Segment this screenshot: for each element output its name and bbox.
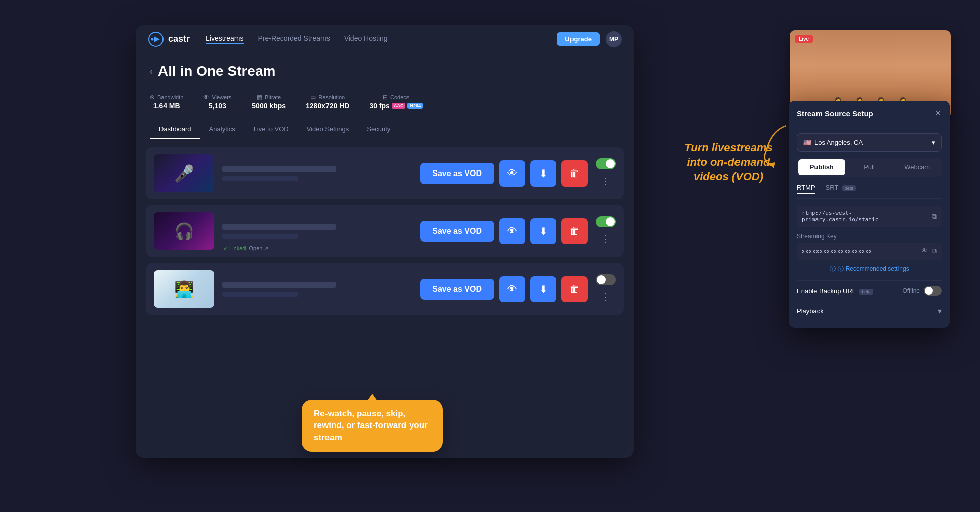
streaming-key-row: xxxxxxxxxxxxxxxxxxxx 👁 ⧉: [797, 243, 942, 260]
tab-dashboard[interactable]: Dashboard: [150, 120, 200, 139]
show-key-icon[interactable]: 👁: [921, 247, 928, 255]
bitrate-value: 5000 kbps: [252, 102, 286, 110]
stream-info-1: [222, 166, 412, 181]
navbar: castr Livestreams Pre-Recorded Streams V…: [136, 25, 634, 53]
viewers-value: 5,103: [209, 102, 226, 110]
location-select[interactable]: 🇺🇸Los Angeles, CA ▾: [797, 133, 942, 152]
stream-actions-1: Save as VOD 👁 ⬇ 🗑: [420, 160, 588, 187]
upgrade-button[interactable]: Upgrade: [557, 32, 600, 46]
toggle-col-1: ⋮: [596, 158, 616, 189]
view-button-2[interactable]: 👁: [499, 218, 525, 244]
save-as-vod-button-2[interactable]: Save as VOD: [420, 221, 494, 242]
stream-toggle-1[interactable]: [596, 158, 616, 169]
tab-security[interactable]: Security: [358, 120, 399, 139]
stream-header: ‹ All in One Stream ⊗ Bandwidth 1.64 MB …: [136, 53, 634, 139]
backup-beta-badge: beta: [859, 289, 873, 295]
resolution-value: 1280x720 HD: [306, 102, 349, 110]
bandwidth-icon: ⊗: [150, 94, 155, 101]
proto-tab-srt[interactable]: SRT beta: [826, 184, 856, 194]
stats-row: ⊗ Bandwidth 1.64 MB 👁 Viewers 5,103 ▦ Bi…: [150, 88, 620, 118]
stat-codecs: ⊟ Codecs 30 fps AAC H264: [369, 94, 422, 110]
download-button-3[interactable]: ⬇: [530, 276, 556, 302]
bitrate-icon: ▦: [257, 94, 262, 101]
tab-bar: Dashboard Analytics Live to VOD Video Se…: [150, 120, 620, 139]
stream-actions-2: Save as VOD 👁 ⬇ 🗑: [420, 218, 588, 244]
tab-live-to-vod[interactable]: Live to VOD: [244, 120, 298, 139]
tooltip-arrow-icon: [367, 394, 377, 401]
recommended-settings-link[interactable]: ⓘ ⓘ Recommended settings: [797, 265, 942, 273]
office-icon: 👨‍💻: [174, 280, 194, 299]
page-title: All in One Stream: [158, 63, 275, 79]
stream-toggle-3[interactable]: [596, 274, 616, 285]
download-button-1[interactable]: ⬇: [530, 160, 556, 187]
view-button-3[interactable]: 👁: [499, 276, 525, 302]
nav-link-prerecorded[interactable]: Pre-Recorded Streams: [258, 34, 330, 44]
stream-list: 🎤 Save as VOD 👁 ⬇ 🗑 ⋮ 🎧: [136, 139, 634, 323]
more-options-icon-2[interactable]: ⋮: [599, 231, 612, 246]
view-button-1[interactable]: 👁: [499, 160, 525, 187]
tab-analytics[interactable]: Analytics: [200, 120, 244, 139]
stream-actions-3: Save as VOD 👁 ⬇ 🗑: [420, 276, 588, 302]
delete-button-3[interactable]: 🗑: [561, 276, 588, 302]
gamer-icon: 🎧: [174, 222, 194, 241]
panel-body: 🇺🇸Los Angeles, CA ▾ Publish Pull Webcam …: [789, 126, 950, 328]
stat-viewers: 👁 Viewers 5,103: [203, 94, 231, 110]
avatar[interactable]: MP: [606, 31, 622, 47]
stream-thumbnail-1: 🎤: [154, 154, 214, 192]
mode-tab-webcam[interactable]: Webcam: [893, 159, 940, 175]
delete-button-1[interactable]: 🗑: [561, 160, 588, 187]
stream-info-3: [222, 282, 412, 297]
close-icon[interactable]: ✕: [934, 108, 942, 119]
bandwidth-value: 1.64 MB: [153, 102, 180, 110]
mode-tab-pull[interactable]: Pull: [846, 159, 893, 175]
app-container: castr Livestreams Pre-Recorded Streams V…: [136, 25, 634, 458]
subtitle-bar-2: [222, 234, 298, 239]
playback-label: Playback: [797, 307, 824, 315]
back-arrow-icon[interactable]: ‹: [150, 66, 153, 77]
toggle-col-2: ⋮: [596, 216, 616, 246]
save-as-vod-button-1[interactable]: Save as VOD: [420, 163, 494, 184]
stream-toggle-2[interactable]: [596, 216, 616, 227]
svg-point-3: [151, 38, 154, 40]
toggle-col-3: ⋮: [596, 274, 616, 304]
linked-badge: ✓ Linked Open ↗: [223, 245, 268, 252]
key-actions: 👁 ⧉: [921, 247, 937, 255]
nav-link-livestreams[interactable]: Livestreams: [206, 34, 243, 44]
more-options-icon-1[interactable]: ⋮: [599, 174, 612, 189]
title-bar-2: [222, 224, 336, 230]
download-button-2[interactable]: ⬇: [530, 218, 556, 244]
protocol-tabs: RTMP SRT beta: [797, 184, 942, 199]
table-row: 🎤 Save as VOD 👁 ⬇ 🗑 ⋮: [146, 147, 624, 199]
copy-key-icon[interactable]: ⧉: [932, 247, 937, 255]
copy-url-icon[interactable]: ⧉: [932, 212, 937, 221]
panel-header: Stream Source Setup ✕: [789, 101, 950, 126]
title-bar-3: [222, 282, 336, 288]
backup-url-toggle[interactable]: [924, 286, 942, 296]
chevron-down-icon[interactable]: ▾: [938, 306, 942, 316]
title-bar-1: [222, 166, 336, 172]
open-link[interactable]: Open ↗: [249, 245, 268, 252]
streaming-key-label: Streaming Key: [797, 233, 942, 240]
tooltip-text: Re-watch, pause, skip, rewind, or fast-f…: [314, 409, 428, 443]
orange-tooltip: Re-watch, pause, skip, rewind, or fast-f…: [302, 400, 443, 452]
proto-tab-rtmp[interactable]: RTMP: [797, 184, 815, 194]
nav-link-videohosting[interactable]: Video Hosting: [344, 34, 388, 44]
setup-panel: Stream Source Setup ✕ 🇺🇸Los Angeles, CA …: [789, 101, 950, 328]
more-options-icon-3[interactable]: ⋮: [599, 289, 612, 304]
logo: castr: [148, 31, 190, 47]
subtitle-bar-1: [222, 176, 298, 181]
us-flag-icon: 🇺🇸: [803, 139, 811, 146]
save-as-vod-button-3[interactable]: Save as VOD: [420, 279, 494, 300]
stat-bitrate: ▦ Bitrate 5000 kbps: [252, 94, 286, 110]
codec-badges: 30 fps AAC H264: [369, 102, 422, 110]
table-row: 🎧 Save as VOD 👁 ⬇ 🗑 ⋮ ✓ Linked Open ↗: [146, 205, 624, 257]
mode-tabs: Publish Pull Webcam: [797, 158, 942, 177]
nav-links: Livestreams Pre-Recorded Streams Video H…: [206, 34, 557, 44]
tab-video-settings[interactable]: Video Settings: [298, 120, 358, 139]
delete-button-2[interactable]: 🗑: [561, 218, 588, 244]
mode-tab-publish[interactable]: Publish: [798, 159, 845, 175]
concert-icon: 🎤: [174, 164, 194, 183]
resolution-icon: ▭: [310, 94, 316, 101]
stream-thumbnail-2: 🎧: [154, 212, 214, 250]
codecs-icon: ⊟: [383, 94, 388, 101]
